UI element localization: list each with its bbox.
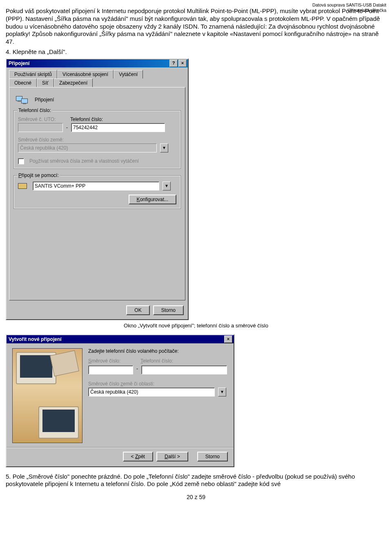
page-number: 20 z 59 <box>6 490 386 504</box>
close-button-2[interactable]: × <box>224 336 232 343</box>
modem-icon <box>18 183 27 189</box>
wiz-cancel-button[interactable]: Storno <box>197 452 228 461</box>
wiz-dash: - <box>136 366 138 372</box>
device-select[interactable]: SANTIS VComm+ PPP <box>33 181 159 190</box>
dialog1-title: Připojení <box>8 60 169 66</box>
connection-properties-dialog: Připojení ? × Používání skriptů Vícenáso… <box>6 58 189 320</box>
step-4: 4. Klepněte na „Další". <box>6 48 386 56</box>
tab-scripting[interactable]: Používání skriptů <box>9 70 57 78</box>
dialog2-titlebar: Vytvořit nové připojení × <box>7 335 234 343</box>
wiz-country-dropdown-button[interactable]: ▼ <box>218 387 226 396</box>
tab-dialing[interactable]: Vytáčení <box>114 70 143 78</box>
device-dropdown-button[interactable]: ▼ <box>163 181 171 190</box>
country-code-label: Směrové číslo země: <box>18 137 64 143</box>
wizard-illustration <box>12 348 82 443</box>
doc-header: Datová souprava SANTIS-USB Datakit Uživa… <box>312 2 386 13</box>
wiz-phone-label: Telefonní číslo: <box>140 358 173 364</box>
area-code-input <box>18 123 63 132</box>
paragraph-2: 5. Pole „Směrové číslo" ponechte prázdné… <box>6 473 386 488</box>
connection-icon <box>15 93 28 106</box>
doc-header-line1: Datová souprava SANTIS-USB Datakit <box>312 2 386 8</box>
phone-number-input[interactable]: 754242442 <box>71 123 165 132</box>
area-code-label: Směrové č. UTO: <box>18 116 67 122</box>
wiz-country-select[interactable]: Česká republika (420) <box>88 387 215 396</box>
ok-button[interactable]: OK <box>126 305 149 315</box>
tab-security[interactable]: Zabezpečení <box>54 78 93 87</box>
connection-label: Připojení <box>35 97 54 103</box>
new-connection-wizard: Vytvořit nové připojení × Zadejte telefo… <box>6 334 234 467</box>
use-area-codes-label: Používat směrová čísla země a vlastnosti… <box>29 158 139 164</box>
figure-caption-1: Okno „Vytvořit nové připojení"; telefonn… <box>6 323 386 329</box>
dialog2-title: Vytvořit nové připojení <box>8 336 223 342</box>
next-button[interactable]: Další > <box>156 452 188 461</box>
wiz-country-label: Směrové číslo země či oblasti: <box>88 381 228 387</box>
cancel-button[interactable]: Storno <box>153 305 184 315</box>
phone-dash: - <box>66 125 68 130</box>
configure-button[interactable]: Konfigurovat... <box>129 195 176 204</box>
use-area-codes-checkbox[interactable] <box>18 158 24 164</box>
wiz-area-label: Směrové číslo: <box>88 358 137 364</box>
phone-number-label: Telefonní číslo: <box>70 116 103 122</box>
close-button[interactable]: × <box>178 60 187 67</box>
wizard-prompt: Zadejte telefonní číslo volaného počítač… <box>88 348 228 354</box>
wiz-area-input[interactable] <box>88 365 133 374</box>
doc-header-line2: Uživatelská příručka <box>312 8 386 13</box>
country-dropdown-button: ▼ <box>160 143 168 152</box>
tab-multilink[interactable]: Vícenásobné spojení <box>57 70 114 78</box>
connect-using-group: Připojit se pomocí: SANTIS VComm+ PPP ▼ … <box>13 175 181 209</box>
country-code-select: Česká republika (420) <box>18 143 157 152</box>
wiz-phone-input[interactable] <box>141 365 227 374</box>
tab-network[interactable]: Síť <box>37 78 54 87</box>
help-button[interactable]: ? <box>169 60 178 67</box>
back-button[interactable]: < Zpět <box>123 452 153 461</box>
tab-general[interactable]: Obecné <box>9 78 37 87</box>
phone-group-legend: Telefonní číslo: <box>17 108 52 113</box>
connect-using-legend: Připojit se pomocí: <box>17 172 60 178</box>
general-panel: Připojení Telefonní číslo: Směrové č. UT… <box>9 87 185 300</box>
phone-group: Telefonní číslo: Směrové č. UTO: Telefon… <box>13 110 181 169</box>
dialog1-titlebar: Připojení ? × <box>7 59 188 67</box>
